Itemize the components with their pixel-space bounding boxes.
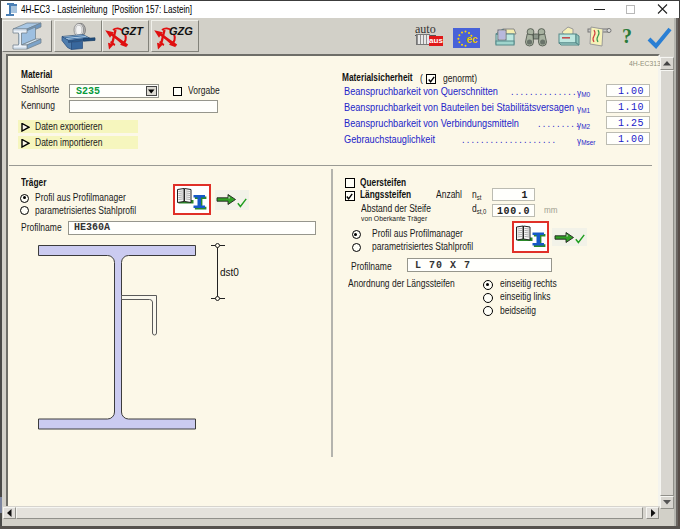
svg-text:GZT: GZT bbox=[121, 25, 144, 37]
svg-text:GZG: GZG bbox=[169, 25, 193, 37]
svg-text:ec: ec bbox=[467, 34, 479, 45]
svg-text:dst0: dst0 bbox=[220, 267, 239, 278]
